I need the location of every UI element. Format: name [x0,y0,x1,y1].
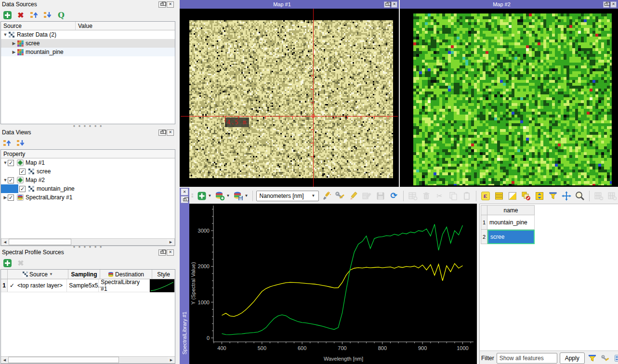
float-dock-button[interactable] [181,196,188,203]
expand-all-button[interactable] [43,10,53,20]
collapse-all-button[interactable] [2,138,12,148]
collapse-arrow-icon[interactable]: ▼ [3,160,8,165]
visibility-checkbox[interactable]: ✓ [8,195,14,201]
close-map-button[interactable]: ✕ [391,1,397,8]
add-current-profiles-button[interactable] [196,190,208,202]
property-column-header[interactable]: Property [1,150,175,158]
close-panel-button[interactable]: ✕ [167,249,174,256]
collapse-arrow-icon[interactable]: ▼ [3,178,8,182]
invert-selection-button[interactable] [507,190,518,202]
filter-icon-button[interactable] [587,353,598,364]
visibility-checkbox[interactable]: ✓ [8,160,14,166]
tree-item-raster-data[interactable]: ▼ Raster Data (2) [1,30,175,39]
tree-header[interactable]: Property [1,150,175,158]
new-field-button[interactable] [593,190,605,202]
source-column-header[interactable]: Source▼ [8,270,68,279]
save-profiles-button[interactable] [233,190,244,202]
dropdown-arrow-icon[interactable]: ▼ [208,194,212,198]
collapse-arrow-icon[interactable]: ▼ [3,32,8,37]
filter-table-button[interactable] [547,190,559,202]
spectral-plot[interactable]: 40050060070080090010000100020003000Wavel… [189,204,477,364]
reload-table-button[interactable]: ⟳ [388,190,400,202]
tree-item-spectral-library[interactable]: ▶ ✓ SpectralLibrary #1 [1,193,175,202]
qgis-sync-button[interactable]: Q [56,10,66,20]
scroll-thumb[interactable] [8,357,119,363]
feature-row[interactable]: 1 mountain_pine [481,215,618,230]
close-panel-button[interactable]: ✕ [167,130,174,136]
row-number[interactable]: 1 [481,215,487,230]
expand-all-button[interactable] [16,138,26,148]
corner-cell[interactable] [481,205,487,215]
main-vertical-splitter[interactable] [176,0,180,364]
tree-item-map2-mountain-pine[interactable]: ✓ mountain_pine [1,184,175,193]
scroll-left-button[interactable]: ◀ [1,357,8,363]
form-view-button[interactable] [613,353,618,364]
value-column-header[interactable]: Value [76,22,175,30]
expand-arrow-icon[interactable]: ▶ [12,50,16,54]
close-map-button[interactable]: ✕ [610,1,617,8]
scroll-left-button[interactable]: ◀ [1,239,9,245]
tree-item-scree[interactable]: ▶ scree [1,39,175,48]
sampling-cell[interactable]: Sample5x5... [67,279,99,292]
dropdown-arrow-icon[interactable]: ▼ [226,194,231,198]
remove-profile-source-button[interactable]: ✖ [16,258,26,268]
delete-feature-button[interactable] [421,190,432,202]
toolbar-drag-handle[interactable]: ⁞⁞ [191,193,193,198]
tree-item-mountain-pine[interactable]: ▶ mountain_pine [1,48,175,56]
tree-header[interactable]: Source Value [1,22,175,30]
float-map-button[interactable] [384,1,390,8]
source-cell[interactable]: ✓<top raster layer> [8,279,67,292]
feature-row[interactable]: 2 scree [481,230,618,244]
float-panel-button[interactable] [158,1,166,8]
profile-colors-button[interactable] [321,190,332,202]
delete-field-button[interactable] [606,190,618,202]
panel-splitter[interactable]: ● ● ● ● ● ● [0,124,176,128]
style-cell[interactable] [150,279,175,292]
plot-settings-button[interactable] [334,190,346,202]
add-feature-button[interactable] [407,190,419,202]
profile-source-row[interactable]: 1 ✓<top raster layer> Sample5x5... Spect… [1,279,175,292]
map2-canvas-area[interactable] [400,9,618,187]
multi-edit-button[interactable] [361,190,373,202]
pan-to-selection-button[interactable] [561,190,572,202]
select-by-expression-button[interactable]: ε [480,190,491,202]
map2-titlebar[interactable]: Map #2 ✕ [400,0,618,9]
x-unit-combobox[interactable]: Nanometers [nm]▼ [256,191,319,201]
tree-item-map1[interactable]: ▼ ✓ Map #1 [1,158,175,167]
filter-input[interactable] [497,353,557,364]
add-source-button[interactable] [2,10,12,20]
tree-item-map2[interactable]: ▼ ✓ Map #2 [1,176,175,184]
spectral-sources-hscrollbar[interactable]: ◀ ▶ [1,356,175,364]
row-number[interactable]: 2 [481,230,487,244]
collapse-all-button[interactable] [29,10,39,20]
scroll-thumb[interactable] [9,239,71,245]
visibility-checkbox[interactable]: ✓ [8,177,14,183]
name-cell-selected[interactable]: scree [487,230,535,244]
add-profiles-to-library-button[interactable] [214,190,226,202]
float-map-button[interactable] [603,1,609,8]
source-column-header[interactable]: Source [1,22,76,30]
deselect-all-button[interactable] [520,190,532,202]
expand-arrow-icon[interactable]: ▶ [12,41,16,46]
visibility-checkbox[interactable]: ✓ [19,186,26,192]
name-column-header[interactable]: name [487,205,535,215]
float-panel-button[interactable] [158,249,166,256]
select-by-value-button[interactable] [534,190,545,202]
destination-cell[interactable]: SpectralLibrary #1 [99,279,150,292]
destination-column-header[interactable]: Destination [100,270,152,279]
scroll-right-button[interactable]: ▶ [168,357,175,363]
cut-features-button[interactable]: ✂ [434,190,446,202]
map1-titlebar[interactable]: Map #1 ✕ [180,0,399,9]
float-panel-button[interactable] [158,130,166,136]
apply-filter-button[interactable]: Apply [560,352,585,364]
close-dock-button[interactable]: ✕ [181,188,188,195]
copy-features-button[interactable] [447,190,459,202]
add-profile-source-button[interactable] [2,258,12,268]
map2-raster[interactable] [413,13,612,185]
sampling-column-header[interactable]: Sampling [68,270,100,279]
style-column-header[interactable]: Style [152,270,175,279]
scroll-track[interactable] [119,357,168,363]
save-edits-button[interactable] [375,190,386,202]
paste-features-button[interactable] [461,190,473,202]
tree-item-map1-scree[interactable]: ✓ scree [1,167,175,176]
